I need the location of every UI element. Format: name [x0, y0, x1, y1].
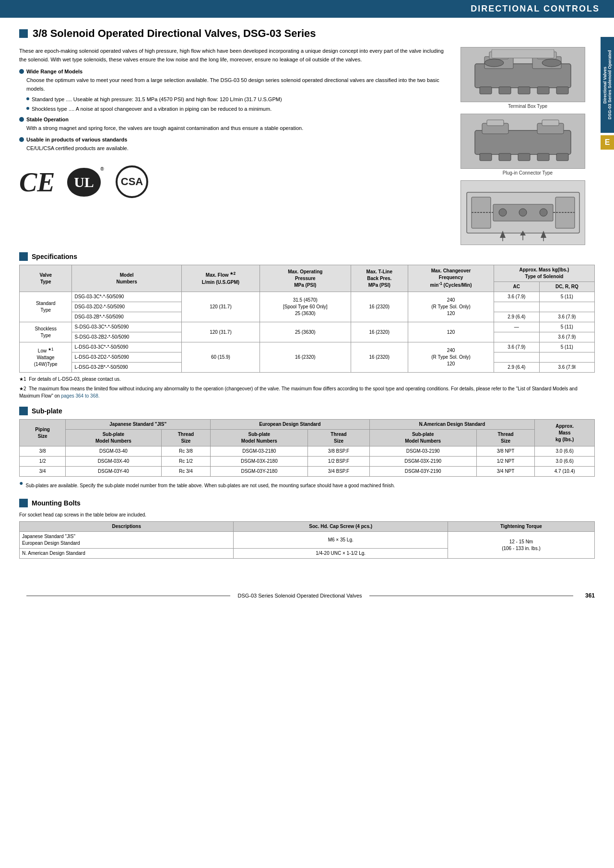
sp-eu-thread-1: 3/8 BSP.F: [308, 446, 369, 457]
sp-piping-2: 1/2: [20, 457, 66, 467]
sp-na-model-2: DSGM-03X-2190: [369, 457, 476, 467]
flow-standard: 120 (31.7): [181, 292, 260, 322]
footer-line-left: [26, 596, 230, 596]
sp-jp-model-1: DSGM-03-40: [66, 446, 161, 457]
specs-table-wrapper: ValveType ModelNumbers Max. Flow ★2L/min…: [19, 265, 595, 373]
svg-point-31: [519, 209, 527, 216]
pressure-shockless: 25 (3630): [260, 322, 351, 342]
table-row: Japanese Standard "JIS"European Design S…: [20, 532, 595, 549]
sp-na-model-3: DSGM-03Y-2190: [369, 467, 476, 477]
cert-row: CE UL ® CSA: [19, 160, 451, 204]
feature-wide-range: Wide Range of Models Choose the optimum …: [19, 69, 451, 113]
svg-rect-22: [499, 153, 511, 161]
table-row: 1/2 DSGM-03X-40 Rc 1/2 DSGM-03X-2180 1/2…: [20, 457, 595, 467]
feature-body-3: CE/UL/CSA certified products are availab…: [26, 144, 451, 153]
product-images: Terminal Box Type: [460, 47, 595, 245]
type-shockless: ShocklessType: [20, 322, 72, 342]
specs-table: ValveType ModelNumbers Max. Flow ★2L/min…: [19, 265, 595, 373]
bullet-icon-2: [19, 117, 24, 122]
flow-lw: 60 (15.9): [181, 342, 260, 373]
sp-mass-1: 3.0 (6.6): [535, 446, 595, 457]
svg-point-32: [540, 209, 547, 216]
table-row: 3/4 DSGM-03Y-40 Rc 3/4 DSGM-03Y-2180 3/4…: [20, 467, 595, 477]
plug-in-caption: Plug-in Connector Type: [460, 170, 595, 176]
sp-col-approx: Approx.Masskg (lbs.): [535, 420, 595, 446]
table-row: Low ★1Wattage(14W)Type L-DSG-03-3C*-*-50…: [20, 342, 595, 352]
sp-na-model: Sub-plateModel Numbers: [369, 430, 476, 446]
footnote-2: ★2 The maximum flow means the limited fl…: [19, 385, 595, 399]
sp-jp-model-3: DSGM-03Y-40: [66, 467, 161, 477]
sp-na-thread-3: 3/4 NPT: [476, 467, 534, 477]
tline-lw: 16 (2320): [351, 342, 408, 373]
mb-col-desc: Descriptions: [20, 522, 234, 532]
specs-icon: [19, 252, 28, 261]
sp-eu-thread-2: 1/2 BSP.F: [308, 457, 369, 467]
side-tab: DSG-03 Series Solenoid Operated Directio…: [601, 37, 614, 133]
col-approx-mass: Approx. Mass kg(lbs.)Type of Solenoid: [494, 265, 594, 282]
mass-ac-lw3: 2.9 (6.4): [494, 363, 539, 373]
bullet-icon-3: [19, 137, 24, 142]
svg-rect-10: [499, 87, 511, 94]
sp-eu-thread-3: 3/4 BSP.F: [308, 467, 369, 477]
mass-dc-lw2: [539, 352, 594, 363]
page-number: 361: [585, 592, 595, 599]
terminal-box-caption: Terminal Box Type: [460, 104, 595, 109]
header-title: DIRECTIONAL CONTROLS: [471, 4, 600, 13]
col-dc-r-rq: DC, R, RQ: [539, 282, 594, 292]
mass-dc-s2: [539, 302, 594, 312]
sub-plate-table: PipingSize Japanese Standard "JIS" Europ…: [19, 419, 595, 477]
sp-piping-1: 3/8: [20, 446, 66, 457]
col-model-numbers: ModelNumbers: [72, 265, 181, 292]
sp-jp-model: Sub-plateModel Numbers: [66, 430, 161, 446]
mb-torque-1: 12 - 15 Nm(106 - 133 in. lbs.): [448, 532, 594, 559]
feature-title-2: Stable Operation: [26, 117, 69, 122]
mounting-bolts-title: Mounting Bolts: [32, 499, 81, 507]
feature-stable: Stable Operation With a strong magnet an…: [19, 117, 451, 133]
mass-dc-lw3: 3.6 (7.9I: [539, 363, 594, 373]
svg-rect-20: [542, 120, 559, 126]
model-lw-3: L-DSG-03-2B*-*-50/5090: [72, 363, 181, 373]
header-banner: DIRECTIONAL CONTROLS: [0, 0, 614, 18]
sub-plate-title: Sub-plate: [32, 407, 62, 415]
sp-mass-2: 3.0 (6.6): [535, 457, 595, 467]
feature-body-2: With a strong magnet and spring force, t…: [26, 124, 451, 133]
sp-col-eu: European Design Standard: [211, 420, 369, 430]
sp-mass-3: 4.7 (10.4): [535, 467, 595, 477]
model-shock-1: S-DSG-03-3C*-*-50/5090: [72, 322, 181, 332]
ce-mark: CE: [19, 169, 55, 196]
footer-text: DSG-03 Series Solenoid Operated Directio…: [237, 593, 362, 598]
svg-rect-11: [518, 87, 530, 94]
mass-ac-s3: 2.9 (6.4): [494, 312, 539, 322]
sp-eu-model-1: DSGM-03-2180: [211, 446, 308, 457]
sp-na-model-1: DSGM-03-2190: [369, 446, 476, 457]
sub-plate-header: Sub-plate: [19, 407, 595, 415]
model-shock-2: S-DSG-03-2B2-*-50/5090: [72, 332, 181, 342]
col-max-changeover: Max. ChangeoverFrequencymin-1 (Cycles/Mi…: [408, 265, 494, 292]
model-lw-1: L-DSG-03-3C*-*-50/5090: [72, 342, 181, 352]
side-tab-text: DSG-03 Series Solenoid Operated Directio…: [602, 43, 612, 127]
sp-na-thread-1: 3/8 NPT: [476, 446, 534, 457]
mounting-intro: For socket head cap screws in the table …: [19, 511, 595, 518]
flow-shockless: 120 (31.7): [181, 322, 260, 342]
svg-rect-23: [518, 153, 530, 161]
col-max-flow: Max. Flow ★2L/min (U.S.GPM): [181, 265, 260, 292]
col-valve-type: ValveType: [20, 265, 72, 292]
sub-plate-icon: [19, 407, 28, 415]
intro-paragraph: These are epoch-making solenoid operated…: [19, 47, 451, 64]
svg-point-30: [499, 209, 507, 216]
mass-ac-sh2: [494, 332, 539, 342]
terminal-box-image: Terminal Box Type: [460, 47, 595, 109]
mass-ac-s2: [494, 302, 539, 312]
page-footer: DSG-03 Series Solenoid Operated Directio…: [19, 587, 595, 604]
sub-bullet-2: Shockless type .... A noise at spool cha…: [26, 105, 451, 113]
mounting-bolts-icon: [19, 499, 28, 507]
mb-screw-1: M6 × 35 Lg.: [234, 532, 448, 549]
plug-in-image: Plug-in Connector Type: [460, 114, 595, 176]
table-row: ShocklessType S-DSG-03-3C*-*-50/5090 120…: [20, 322, 595, 332]
sp-eu-model: Sub-plateModel Numbers: [211, 430, 308, 446]
model-standard-1: DSG-03-3C*-*-50/5090: [72, 292, 181, 302]
type-low-wattage: Low ★1Wattage(14W)Type: [20, 342, 72, 373]
sub-dot-1: [26, 97, 29, 100]
svg-text:UL: UL: [74, 174, 94, 190]
svg-text:CSA: CSA: [120, 176, 143, 188]
